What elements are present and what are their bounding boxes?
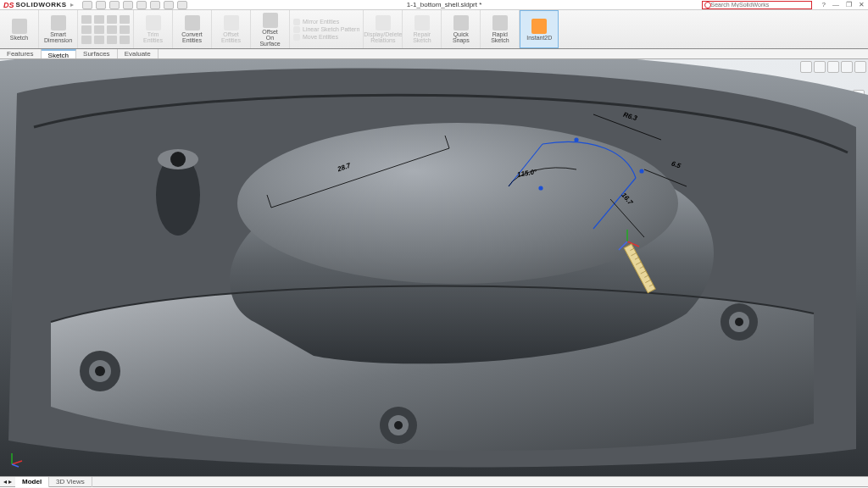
svg-line-39 — [12, 464, 19, 467]
svg-point-9 — [394, 421, 403, 430]
fillet-icon[interactable] — [120, 15, 130, 24]
poly-icon[interactable] — [107, 25, 117, 34]
quick-snaps-button[interactable]: Quick Snaps — [442, 10, 481, 48]
line-icon[interactable] — [81, 15, 92, 24]
document-title: 1-1_bottom_shell.sldprt * — [191, 1, 698, 8]
mirror-icon — [293, 19, 300, 25]
svg-point-15 — [539, 186, 542, 190]
tab-scroll-controls: ◂ ▸ — [0, 478, 15, 485]
trim-icon — [146, 15, 161, 30]
pattern-group: Mirror Entities Linear Sketch Pattern Mo… — [290, 10, 364, 48]
display-delete-relations-button[interactable]: Display/Delete Relations — [364, 10, 403, 48]
move-icon — [293, 34, 300, 41]
tab-sketch[interactable]: Sketch — [42, 49, 76, 58]
relations-icon — [376, 15, 391, 30]
text-icon[interactable] — [107, 36, 117, 44]
svg-point-12 — [735, 318, 743, 326]
svg-point-6 — [95, 366, 105, 376]
svg-point-17 — [640, 169, 643, 173]
tab-3d-views[interactable]: 3D Views — [49, 477, 92, 487]
coordinate-triad-icon — [8, 451, 25, 468]
rebuild-icon[interactable] — [150, 1, 160, 9]
feature-manager-tabs: Features Sketch Surfaces Evaluate — [0, 49, 868, 59]
window-controls: ? — ❐ ✕ — [822, 1, 865, 8]
sketch-button[interactable]: Sketch — [0, 10, 39, 48]
instant2d-button[interactable]: Instant2D — [520, 10, 559, 48]
model-render — [0, 59, 868, 476]
svg-point-0 — [237, 123, 678, 284]
settings-icon[interactable] — [177, 1, 187, 9]
svg-point-16 — [575, 138, 578, 141]
dimension-icon — [51, 15, 66, 30]
repair-icon — [415, 15, 430, 30]
tab-surfaces[interactable]: Surfaces — [76, 49, 118, 58]
trim-entities-button[interactable]: Trim Entities — [134, 10, 173, 48]
instant2d-icon — [531, 19, 547, 34]
help-button[interactable]: ? — [822, 1, 826, 8]
graphics-viewport[interactable]: 28.7 115.0° R6.3 6.5 16.7 — [0, 59, 868, 476]
svg-line-37 — [12, 461, 22, 464]
repair-sketch-button[interactable]: Repair Sketch — [403, 10, 442, 48]
tab-features[interactable]: Features — [0, 49, 42, 58]
title-bar: DS SOLIDWORKS ▸ 1-1_bottom_shell.sldprt … — [0, 0, 868, 10]
quick-access-toolbar — [82, 1, 187, 9]
offset-entities-button[interactable]: Offset Entities — [212, 10, 251, 48]
command-ribbon: Sketch Smart Dimension Trim Entities Con… — [0, 10, 868, 49]
offset-icon — [224, 15, 239, 30]
bottom-tab-bar: ◂ ▸ Model 3D Views — [0, 476, 868, 486]
convert-entities-button[interactable]: Convert Entities — [173, 10, 212, 48]
pattern-icon — [293, 26, 300, 33]
search-icon — [704, 2, 711, 8]
rect-icon[interactable] — [81, 25, 92, 34]
cad-model — [0, 59, 868, 476]
slot-icon[interactable] — [81, 36, 92, 44]
rapid-sketch-button[interactable]: Rapid Sketch — [481, 10, 520, 48]
tab-prev-icon[interactable]: ◂ — [3, 478, 7, 485]
spline-icon[interactable] — [107, 15, 117, 24]
dropdown-caret-icon[interactable]: ▸ — [70, 1, 74, 8]
print-icon[interactable] — [123, 1, 133, 9]
move-entities-item[interactable]: Move Entities — [293, 34, 359, 41]
sketch-icon — [12, 19, 27, 34]
close-button[interactable]: ✕ — [859, 1, 865, 8]
brand-text: SOLIDWORKS — [16, 1, 67, 8]
smart-dimension-button[interactable]: Smart Dimension — [39, 10, 78, 48]
sketch-tools-group — [78, 10, 134, 48]
restore-button[interactable]: ❐ — [846, 1, 852, 8]
tab-next-icon[interactable]: ▸ — [8, 478, 12, 485]
tab-model[interactable]: Model — [15, 477, 49, 487]
circle-icon[interactable] — [94, 15, 104, 24]
ellipse-icon[interactable] — [94, 36, 104, 44]
search-input[interactable] — [711, 2, 796, 8]
search-box[interactable] — [702, 1, 812, 9]
point-icon[interactable] — [120, 25, 130, 34]
minimize-button[interactable]: — — [832, 1, 839, 8]
offset-on-surface-button[interactable]: Offset On Surface — [251, 10, 290, 48]
mirror-entities-item[interactable]: Mirror Entities — [293, 19, 359, 25]
tab-evaluate[interactable]: Evaluate — [118, 49, 159, 58]
ds-logo-icon: DS — [3, 1, 14, 9]
plane-icon[interactable] — [120, 36, 130, 44]
offset-surface-icon — [263, 13, 278, 28]
convert-icon — [185, 15, 200, 30]
svg-point-3 — [170, 152, 186, 167]
undo-icon[interactable] — [136, 1, 147, 9]
snaps-icon — [453, 15, 469, 30]
arc-icon[interactable] — [94, 25, 104, 34]
rapid-icon — [492, 15, 508, 30]
linear-pattern-item[interactable]: Linear Sketch Pattern — [293, 26, 359, 33]
save-icon[interactable] — [109, 1, 120, 9]
open-icon[interactable] — [96, 1, 106, 9]
options-icon[interactable] — [164, 1, 174, 9]
new-icon[interactable] — [82, 1, 92, 9]
app-logo: DS SOLIDWORKS — [3, 1, 67, 9]
